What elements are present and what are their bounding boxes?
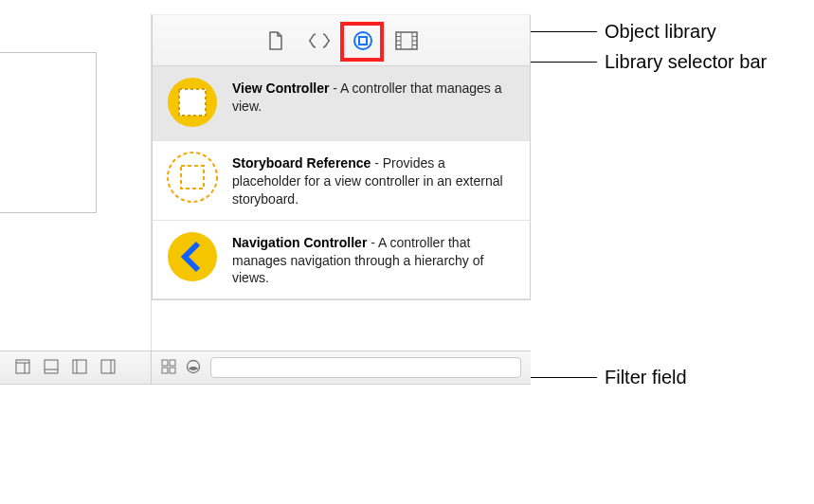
svg-rect-12 [179, 89, 206, 116]
list-item[interactable]: Navigation Controller - A controller tha… [153, 221, 530, 300]
svg-rect-27 [162, 368, 168, 373]
toolbar-icon[interactable] [44, 359, 59, 377]
object-library-highlight [340, 22, 384, 62]
list-item[interactable]: Storyboard Reference - Provides a placeh… [153, 141, 530, 221]
editor-area [0, 14, 152, 351]
toolbar-icon[interactable] [15, 359, 30, 377]
media-library-tab[interactable] [391, 26, 422, 56]
item-title: View Controller [232, 81, 329, 96]
filter-scope-icon[interactable] [186, 359, 201, 377]
toolbar-icon[interactable] [100, 359, 116, 377]
svg-point-13 [168, 153, 217, 202]
item-title: Navigation Controller [232, 235, 367, 250]
code-snippet-tab[interactable] [304, 26, 335, 56]
svg-rect-26 [170, 360, 175, 366]
library-panel: View Controller - A controller that mana… [152, 14, 531, 300]
dash: - [333, 81, 340, 96]
list-item[interactable]: View Controller - A controller that mana… [153, 66, 530, 141]
white-cap [0, 385, 814, 504]
bottom-left-icons [0, 351, 152, 384]
dash: - [374, 155, 383, 171]
svg-rect-23 [101, 360, 115, 373]
svg-rect-16 [16, 360, 29, 373]
callout-label: Object library [605, 21, 716, 43]
svg-rect-21 [73, 360, 86, 373]
storyboard-reference-icon [166, 151, 219, 204]
svg-rect-19 [45, 360, 58, 373]
bottom-bar [0, 351, 531, 385]
grid-view-toggle[interactable] [161, 359, 176, 377]
item-text: Navigation Controller - A controller tha… [232, 230, 516, 288]
editor-frame [0, 52, 97, 213]
library-selector-bar [153, 15, 530, 66]
svg-rect-25 [162, 360, 168, 366]
callout-label: Library selector bar [605, 51, 767, 73]
item-title: Storyboard Reference [232, 155, 371, 171]
svg-rect-28 [170, 368, 175, 373]
file-template-tab[interactable] [261, 26, 291, 56]
dash: - [371, 235, 378, 250]
item-text: View Controller - A controller that mana… [232, 76, 516, 116]
item-text: Storyboard Reference - Provides a placeh… [232, 151, 516, 208]
callout-library-selector-bar: Library selector bar [527, 51, 767, 73]
svg-point-15 [168, 232, 217, 281]
navigation-controller-icon [166, 230, 219, 283]
filter-field[interactable] [210, 357, 521, 378]
object-list: View Controller - A controller that mana… [153, 66, 530, 299]
toolbar-icon[interactable] [72, 359, 87, 377]
view-controller-icon [166, 76, 219, 129]
svg-rect-14 [181, 166, 204, 189]
